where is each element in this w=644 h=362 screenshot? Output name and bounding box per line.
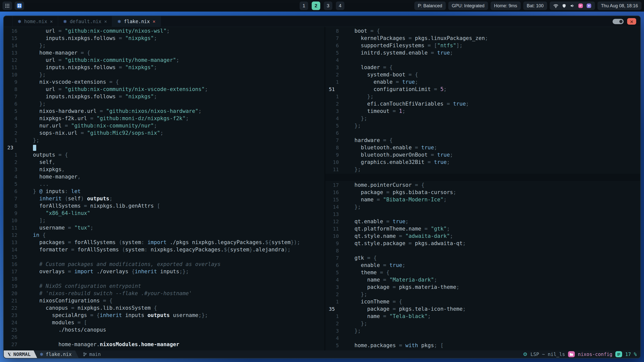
code-line[interactable]: 3 nixpkgs, bbox=[4, 166, 325, 173]
code-line[interactable]: 13 packages = forAllSystems (system: imp… bbox=[4, 239, 325, 246]
code-line[interactable]: 5 initrd.systemd.enable = true; bbox=[325, 49, 640, 57]
code-line[interactable]: 15 name = "Bibata-Modern-Ice"; bbox=[325, 196, 640, 203]
code-line[interactable]: 4 name = "Materia-dark"; bbox=[325, 276, 640, 284]
code-line[interactable]: 51 configurationLimit = 5; bbox=[325, 86, 640, 93]
media-violet-icon[interactable] bbox=[586, 3, 591, 8]
code-line[interactable]: 4 bbox=[325, 57, 640, 64]
code-line[interactable]: 26 bbox=[4, 334, 325, 341]
code-line[interactable]: 12qt.enable = true; bbox=[325, 218, 640, 225]
code-line[interactable]: 7hardware = { bbox=[325, 137, 640, 144]
code-line[interactable]: 1 name = "Tela-black"; bbox=[325, 313, 640, 320]
tab-close-icon[interactable]: × bbox=[50, 19, 53, 24]
code-line[interactable]: 1outputs = { bbox=[4, 151, 325, 159]
code-line[interactable]: 6 supportedFilesystems = ["ntfs"]; bbox=[325, 42, 640, 49]
code-line[interactable]: 20 # 'nixos-rebuild switch --flake .#you… bbox=[4, 290, 325, 297]
code-line[interactable]: 17home.pointerCursor = { bbox=[325, 182, 640, 189]
code-line[interactable]: 6 bbox=[325, 129, 640, 137]
code-line[interactable]: 21 nixosConfigurations = { bbox=[4, 297, 325, 304]
code-line[interactable]: 18 bbox=[4, 275, 325, 283]
code-line[interactable]: 11}; bbox=[325, 166, 640, 173]
code-line[interactable]: 13 bbox=[325, 211, 640, 218]
tab-home-nix[interactable]: ❄ home.nix × bbox=[12, 16, 58, 27]
code-line[interactable]: 35 package = pkgs.tela-icon-theme; bbox=[325, 305, 640, 313]
editor-pane-left[interactable]: 16 url = "github:nix-community/nixos-wsl… bbox=[4, 27, 325, 350]
code-line[interactable]: 24 modules = [ bbox=[4, 319, 325, 326]
code-line[interactable]: 14 formatter = forAllSystems (system: ni… bbox=[4, 246, 325, 253]
window-close-button[interactable]: × bbox=[627, 18, 636, 25]
workspace-3[interactable]: 3 bbox=[324, 2, 332, 10]
editor-pane-right-top[interactable]: 8boot = {7 kernelPackages = pkgs.linuxPa… bbox=[325, 27, 640, 174]
code-line[interactable]: 12 url = "github:nix-community/home-mana… bbox=[4, 57, 325, 64]
code-line[interactable]: 8 bluetooth.enable = true; bbox=[325, 144, 640, 151]
code-line[interactable]: 2 }; bbox=[325, 320, 640, 327]
horizontal-split-separator[interactable] bbox=[325, 174, 640, 181]
code-line[interactable]: 8 bbox=[325, 247, 640, 254]
code-line[interactable]: 9 bluetooth.powerOnBoot = true; bbox=[325, 151, 640, 159]
code-line[interactable]: 2 sops-nix.url = "github:Mic92/sops-nix"… bbox=[4, 129, 325, 137]
editor-pane-right-bottom[interactable]: 17home.pointerCursor = {16 package = pkg… bbox=[325, 181, 640, 350]
code-line[interactable]: 8 url = "github:nix-community/nix-vscode… bbox=[4, 86, 325, 93]
code-line[interactable]: 2 self, bbox=[4, 159, 325, 166]
code-line[interactable]: 5}; bbox=[325, 122, 640, 129]
code-line[interactable]: 11 inputs.nixpkgs.follows = "nixpkgs"; bbox=[4, 64, 325, 71]
code-line[interactable]: 3 loader = { bbox=[325, 64, 640, 71]
code-line[interactable]: 19 # NixOS configuration entrypoint bbox=[4, 283, 325, 290]
code-line[interactable]: 16 package = pkgs.bibata-cursors; bbox=[325, 189, 640, 196]
code-line[interactable]: 9 "x86_64-linux" bbox=[4, 210, 325, 217]
code-line[interactable]: 3 nur.url = "github:nix-community/nur"; bbox=[4, 122, 325, 129]
workspace-2[interactable]: 2 bbox=[312, 2, 320, 10]
code-line[interactable]: 10 ]; bbox=[4, 217, 325, 224]
code-line[interactable]: 9qt.style.package = pkgs.adwaita-qt; bbox=[325, 240, 640, 247]
launcher-app-button[interactable] bbox=[15, 2, 24, 10]
tab-close-icon[interactable]: × bbox=[104, 19, 107, 24]
code-line[interactable]: 7 kernelPackages = pkgs.linuxPackages_ze… bbox=[325, 35, 640, 42]
tab-flake-nix[interactable]: ❄ flake.nix × bbox=[112, 16, 161, 27]
code-line[interactable]: 16 # Custom packages and modifications, … bbox=[4, 261, 325, 268]
code-line[interactable]: 5 nixos-hardware.url = "github:nixos/nix… bbox=[4, 108, 325, 115]
code-line[interactable]: 1}; bbox=[4, 137, 325, 144]
code-line[interactable]: 13 home-manager = { bbox=[4, 49, 325, 57]
code-line[interactable]: 3 package = pkgs.materia-theme; bbox=[325, 284, 640, 291]
clock[interactable]: Thu Aug 08, 18:16 bbox=[597, 2, 641, 10]
code-line[interactable]: 4 home-manager, bbox=[4, 173, 325, 180]
tab-default-nix[interactable]: ❄ default.nix × bbox=[58, 16, 112, 27]
chat-pink-icon[interactable] bbox=[578, 3, 583, 8]
code-line[interactable]: 8boot = { bbox=[325, 27, 640, 35]
code-line[interactable]: 3 timeout = 1; bbox=[325, 108, 640, 115]
code-line[interactable]: 11 username = "tux"; bbox=[4, 224, 325, 232]
code-line[interactable]: 15 inputs.nixpkgs.follows = "nixpkgs"; bbox=[4, 35, 325, 42]
code-line[interactable]: 17 overlays = import ./overlays {inherit… bbox=[4, 268, 325, 275]
code-line[interactable]: 9 nix-vscode-extensions = { bbox=[4, 78, 325, 86]
code-line[interactable]: 10qt.style.name = "adwaita-dark"; bbox=[325, 233, 640, 240]
code-line[interactable]: 7 inputs.nixpkgs.follows = "nixpkgs"; bbox=[4, 93, 325, 100]
tab-close-icon[interactable]: × bbox=[153, 19, 155, 24]
code-line[interactable]: 2 efi.canTouchEfiVariables = true; bbox=[325, 100, 640, 108]
code-line[interactable]: 2 systemd-boot = { bbox=[325, 71, 640, 78]
code-line[interactable]: 1 enable = true; bbox=[325, 78, 640, 86]
code-line[interactable]: 23 bbox=[4, 144, 325, 151]
code-line[interactable]: 6 }; bbox=[4, 100, 325, 108]
code-line[interactable]: 25 ./hosts/canopus bbox=[4, 326, 325, 334]
system-tray[interactable] bbox=[550, 2, 595, 10]
code-line[interactable]: 7 inherit (self) outputs; bbox=[4, 195, 325, 202]
code-line[interactable]: 4 bbox=[325, 335, 640, 342]
code-line[interactable]: 2 }; bbox=[325, 291, 640, 298]
code-line[interactable]: 7gtk = { bbox=[325, 254, 640, 262]
code-line[interactable]: 23 specialArgs = {inherit inputs outputs… bbox=[4, 312, 325, 319]
code-line[interactable]: 16 url = "github:nix-community/nixos-wsl… bbox=[4, 27, 325, 35]
volume-icon[interactable] bbox=[570, 3, 575, 8]
code-line[interactable]: 5 ... bbox=[4, 180, 325, 188]
code-line[interactable]: 4 }; bbox=[325, 115, 640, 122]
shield-icon[interactable] bbox=[562, 4, 567, 8]
code-line[interactable]: 10 graphics.enable32Bit = true; bbox=[325, 159, 640, 166]
code-line[interactable]: 8 forAllSystems = nixpkgs.lib.genAttrs [ bbox=[4, 202, 325, 210]
code-line[interactable]: 3}; bbox=[325, 327, 640, 335]
code-line[interactable]: 27 home-manager.nixosModules.home-manage… bbox=[4, 341, 325, 348]
workspace-1[interactable]: 1 bbox=[300, 2, 308, 10]
code-line[interactable]: 5home.packages = with pkgs; [ bbox=[325, 342, 640, 349]
code-line[interactable]: 1 }; bbox=[325, 93, 640, 100]
workspace-4[interactable]: 4 bbox=[336, 2, 344, 10]
code-line[interactable]: 4 nixpkgs-f2k.url = "github:moni-dz/nixp… bbox=[4, 115, 325, 122]
code-line[interactable]: 15 bbox=[4, 253, 325, 261]
window-toggle-button[interactable] bbox=[613, 19, 624, 24]
